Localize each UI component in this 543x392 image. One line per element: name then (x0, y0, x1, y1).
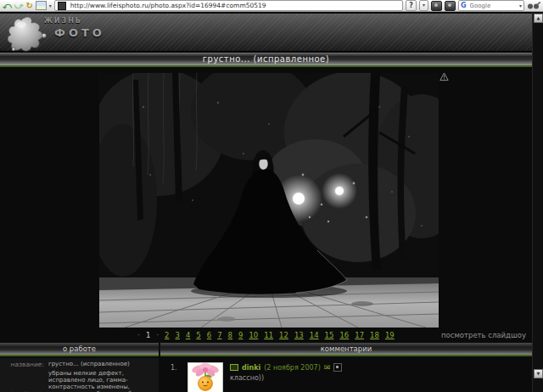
webpage: ЖИЗНЬ ФОТО грустно... (исправленное) (0, 12, 543, 392)
pagination-page-link[interactable]: 18 (370, 331, 379, 339)
site-favicon (58, 2, 66, 10)
ink-blot-logo-icon[interactable] (5, 14, 49, 52)
pagination-page-link[interactable]: 6 (207, 331, 211, 339)
binoculars-icon (527, 2, 540, 9)
google-logo-icon: G (461, 2, 467, 9)
tab-comments[interactable]: комментарии (160, 343, 532, 356)
scroll-up-button[interactable]: ▲ (534, 14, 543, 23)
help-button[interactable]: ? (406, 0, 417, 11)
screenshot-root: ⤺ ⤻ ↻ ▾ ? ▾ G ▾ (0, 0, 543, 392)
tab-about-work[interactable]: о работе (0, 343, 159, 356)
images-button[interactable] (36, 1, 47, 10)
pagination-page-link[interactable]: 17 (355, 331, 364, 339)
description-value: убраны мелкие дефект, исправлено лицо, г… (48, 370, 155, 392)
help-dropdown-button[interactable]: ▾ (419, 0, 428, 11)
google-search-input[interactable] (468, 2, 518, 10)
image-icon (36, 1, 47, 10)
comment-number: 1. (171, 362, 181, 392)
pagination-page-link[interactable]: 10 (249, 331, 258, 339)
avatar-flower-image (188, 363, 222, 392)
find-button[interactable] (527, 1, 540, 10)
report-icon[interactable] (333, 363, 342, 372)
mail-icon[interactable]: ✉ (324, 363, 331, 372)
comment-author-link[interactable]: dinki (242, 364, 260, 372)
google-search-box[interactable]: G ▾ (458, 0, 524, 11)
tab-comments-label: комментарии (321, 344, 372, 353)
forward-button[interactable]: ⤻ (14, 1, 24, 10)
refresh-icon: ↻ (25, 1, 32, 10)
forward-arrow-icon: ⤻ (14, 2, 24, 10)
back-button[interactable]: ⤺ (3, 1, 12, 10)
back-arrow-icon: ⤺ (3, 2, 12, 10)
address-bar[interactable] (54, 0, 403, 11)
browser-toolbar: ⤺ ⤻ ↻ ▾ ? ▾ G ▾ (0, 0, 543, 12)
user-card-icon (230, 364, 238, 371)
chevron-down-icon[interactable]: ▾ (519, 3, 522, 8)
pagination-page-link[interactable]: 19 (385, 331, 395, 339)
pagination-page-link[interactable]: 9 (238, 331, 243, 339)
comment-item: 1. (160, 358, 532, 392)
comment-date: (2 ноября 2007) (264, 364, 321, 372)
warning-icon[interactable] (439, 72, 449, 81)
pagination-page-link[interactable]: 14 (310, 331, 319, 339)
logo-text-line1: ЖИЗНЬ (44, 17, 82, 25)
chevron-down-icon: ▾ (423, 2, 425, 8)
pagination-page-link[interactable]: 12 (279, 331, 288, 339)
pagination-page-link[interactable]: 5 (196, 331, 200, 339)
photo-title-bar: грустно... (исправленное) (0, 53, 532, 67)
pagination-page-link[interactable]: 11 (264, 331, 273, 339)
pagination-page-link[interactable]: 8 (228, 331, 232, 339)
name-row: название: грустно... (исправленное) (3, 361, 155, 368)
pagination-separator: · (137, 331, 140, 339)
comment-header: dinki (2 ноября 2007) ✉ (230, 363, 342, 372)
toolbar-extension-icon-2[interactable] (445, 1, 456, 11)
refresh-button[interactable]: ↻ (25, 1, 32, 10)
chevron-down-icon[interactable]: ▾ (49, 3, 52, 8)
comments-panel: 1. (160, 358, 532, 392)
scroll-down-button[interactable]: ▼ (534, 369, 543, 378)
name-label: название: (3, 361, 44, 368)
pagination-page-link[interactable]: 2 (165, 331, 169, 339)
page-scrollbar[interactable]: ▲ ▼ (532, 12, 543, 392)
tab-about-label: о работе (63, 344, 96, 353)
pagination-page-link[interactable]: 4 (186, 331, 190, 339)
site-header: ЖИЗНЬ ФОТО (0, 14, 532, 52)
pagination-page-link[interactable]: 7 (217, 331, 221, 339)
pagination-separator: · (156, 331, 159, 339)
photo-image[interactable] (99, 73, 439, 328)
comment-text: классно)) (230, 374, 342, 382)
pagination-page-link[interactable]: 16 (339, 331, 349, 339)
photo-title: грустно... (исправленное) (203, 54, 329, 64)
pagination-page-link[interactable]: 13 (294, 331, 304, 339)
pagination-page-link[interactable]: 3 (176, 331, 180, 339)
toolbar-extension-icon-1[interactable] (431, 1, 442, 11)
slideshow-link[interactable]: посмотреть слайдшоу (441, 331, 526, 339)
description-row: описание: убраны мелкие дефект, исправле… (3, 370, 155, 392)
name-value: грустно... (исправленное) (48, 361, 155, 368)
avatar[interactable] (188, 362, 223, 392)
url-input[interactable] (69, 1, 400, 10)
pagination-current-page: 1 (146, 331, 150, 339)
pagination-page-link[interactable]: 15 (325, 331, 334, 339)
photo-canvas (99, 73, 439, 328)
about-work-panel: название: грустно... (исправленное) опис… (0, 358, 159, 392)
comment-body: dinki (2 ноября 2007) ✉ классно)) (230, 362, 342, 392)
logo-text-line2: ФОТО (54, 26, 105, 39)
